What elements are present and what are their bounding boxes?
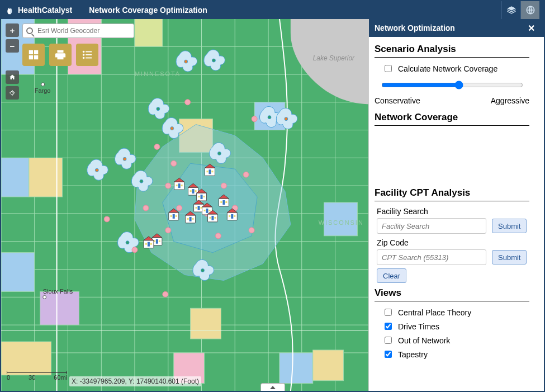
view-oon-label: Out of Network (398, 336, 450, 345)
svg-rect-80 (29, 50, 33, 54)
map-stage: Lake Superior MINNESOTA WISCONSIN Fargo … (1, 19, 544, 391)
app-title: Network Coverage Optimization (89, 6, 207, 15)
svg-point-58 (177, 205, 182, 211)
brand-label: HealthCatalyst (18, 6, 72, 15)
app-header: HealthCatalyst Network Coverage Optimiza… (1, 1, 544, 19)
svg-rect-40 (279, 353, 313, 384)
grid-icon (27, 49, 40, 61)
svg-point-68 (163, 291, 168, 297)
calc-coverage-label: Calculate Network Coverage (398, 64, 497, 73)
lake-label: Lake Superior (313, 54, 355, 62)
svg-rect-31 (29, 158, 63, 197)
svg-point-69 (132, 247, 138, 253)
calc-coverage-input[interactable] (385, 65, 392, 72)
panel-body[interactable]: Scenario Analysis Calculate Network Cove… (369, 37, 544, 391)
svg-rect-38 (191, 308, 221, 339)
view-tapestry[interactable]: Tapestry (382, 349, 529, 360)
section-coverage: Network Coverage (375, 112, 529, 185)
svg-rect-82 (29, 55, 33, 59)
svg-rect-81 (34, 50, 38, 54)
list-icon (81, 49, 93, 61)
view-drivetimes-label: Drive Times (398, 322, 439, 331)
svg-rect-85 (86, 51, 92, 53)
svg-point-49 (184, 60, 188, 63)
svg-point-52 (285, 117, 288, 121)
views-heading: Views (375, 287, 529, 299)
cpt-heading: Facility CPT Analysis (375, 187, 529, 199)
svg-point-71 (249, 228, 254, 233)
svg-point-51 (268, 116, 271, 119)
chevron-up-icon (270, 386, 276, 389)
facility-submit-button[interactable]: Submit (492, 219, 527, 233)
view-oon-input[interactable] (385, 337, 392, 344)
zoom-out-button[interactable]: − (6, 39, 19, 53)
locate-icon (9, 89, 16, 97)
clear-button[interactable]: Clear (377, 268, 406, 283)
svg-point-79 (12, 92, 13, 93)
print-button[interactable] (49, 44, 72, 66)
svg-point-50 (217, 152, 221, 155)
brand-flame-icon (6, 5, 15, 15)
svg-point-47 (170, 127, 174, 130)
home-icon (9, 73, 16, 81)
svg-point-55 (140, 180, 143, 183)
svg-point-57 (165, 183, 171, 188)
view-tapestry-input[interactable] (385, 351, 392, 358)
geocoder-search[interactable] (22, 23, 134, 38)
zip-submit-button[interactable]: Submit (492, 250, 527, 265)
svg-point-63 (215, 233, 221, 239)
attribute-table-toggle[interactable] (260, 383, 285, 391)
zip-label: Zip Code (377, 238, 529, 247)
view-drivetimes-input[interactable] (385, 323, 392, 330)
svg-point-56 (154, 144, 160, 149)
svg-rect-29 (135, 19, 163, 46)
layers-button[interactable] (501, 1, 520, 19)
svg-point-44 (95, 168, 98, 172)
view-drivetimes[interactable]: Drive Times (382, 321, 529, 332)
slider-right-label: Aggressive (491, 96, 529, 105)
view-cpt-label: Central Place Theory (398, 308, 471, 317)
svg-point-73 (185, 100, 191, 105)
svg-point-46 (157, 107, 160, 111)
coverage-heading: Network Coverage (375, 112, 529, 123)
svg-point-45 (123, 157, 126, 160)
scenario-slider[interactable] (381, 81, 523, 89)
svg-point-64 (165, 228, 171, 233)
home-extent-button[interactable] (6, 70, 19, 84)
section-scenario: Scenario Analysis Calculate Network Cove… (375, 44, 529, 105)
globe-button[interactable] (520, 1, 539, 19)
locate-button[interactable] (6, 86, 19, 100)
svg-point-48 (212, 59, 215, 62)
zoom-controls: + − (6, 23, 19, 100)
svg-point-42 (41, 83, 45, 86)
globe-icon (525, 5, 535, 15)
view-cpt[interactable]: Central Place Theory (382, 307, 529, 318)
zoom-in-button[interactable]: + (6, 23, 19, 37)
scale-mid: 30 (29, 374, 35, 381)
state-label-mn: MINNESOTA (135, 70, 181, 77)
view-cpt-input[interactable] (385, 309, 392, 316)
svg-point-72 (252, 116, 257, 122)
view-outofnetwork[interactable]: Out of Network (382, 335, 529, 346)
calc-coverage-checkbox[interactable]: Calculate Network Coverage (382, 63, 529, 74)
zip-input[interactable] (377, 249, 486, 265)
basemap-gallery-button[interactable] (22, 44, 45, 66)
section-views: Views Central Place Theory Drive Times O… (375, 287, 529, 360)
svg-rect-35 (1, 253, 35, 292)
svg-point-88 (83, 57, 85, 59)
facility-search-input[interactable] (377, 218, 486, 234)
header-tools (501, 1, 539, 19)
svg-point-84 (83, 51, 85, 53)
panel-header: Network Optimization ✕ (369, 19, 544, 37)
svg-point-86 (83, 54, 85, 56)
svg-point-67 (243, 172, 249, 177)
scenario-heading: Scenario Analysis (375, 44, 529, 55)
scale-bar: 0 30 60mi (7, 372, 67, 381)
svg-point-53 (126, 241, 129, 244)
panel-close-button[interactable]: ✕ (524, 22, 538, 34)
search-input[interactable] (36, 26, 131, 35)
svg-rect-41 (313, 350, 344, 381)
map-tool-row (22, 44, 98, 66)
scale-max: 60mi (54, 374, 67, 381)
legend-button[interactable] (76, 44, 98, 66)
